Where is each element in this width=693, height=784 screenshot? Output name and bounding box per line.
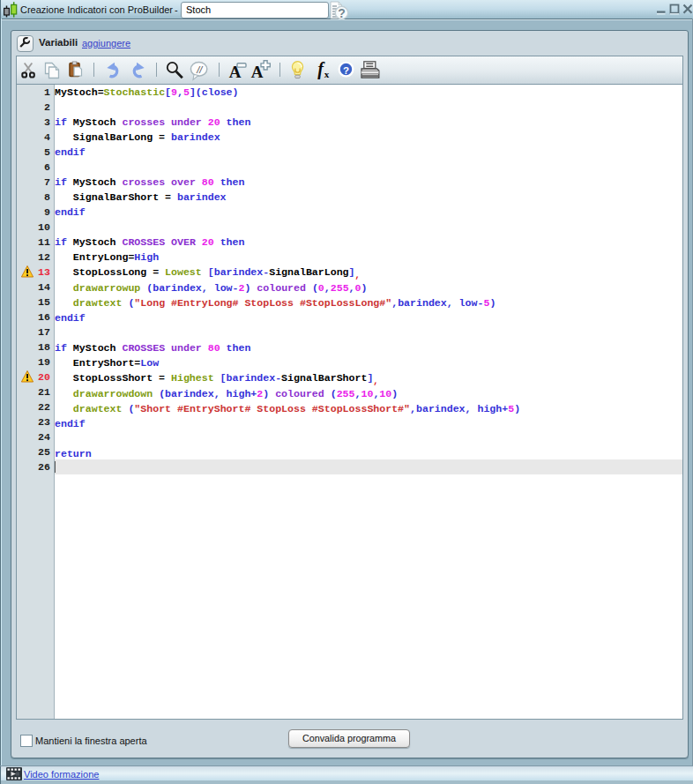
svg-text:?: ? <box>343 65 349 76</box>
svg-text:x: x <box>324 69 330 79</box>
svg-text:?: ? <box>338 6 346 20</box>
svg-text://: // <box>196 64 203 75</box>
